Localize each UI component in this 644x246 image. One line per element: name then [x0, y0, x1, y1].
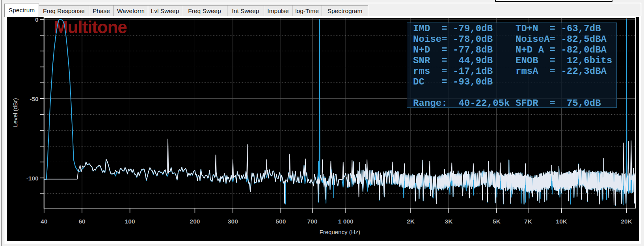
tab-label: Lvl Sweep — [151, 8, 179, 15]
toolbar-control-clipped[interactable] — [495, 0, 612, 2]
x-tick-label-300: 300 — [228, 218, 238, 225]
x-tick-label-40: 40 — [41, 218, 47, 225]
x-tick-label-60: 60 — [79, 218, 86, 225]
info-line-rms: rms = -17,1dB rmsA = -22,3dBA — [413, 66, 616, 77]
x-tick-label-200: 200 — [190, 218, 200, 225]
info-line-snr-enob: SNR = 44,9dB ENOB = 12,6bits — [413, 55, 616, 66]
tab-label: Freq Response — [43, 8, 85, 15]
tab-label: Int Sweep — [232, 8, 259, 15]
info-line-nd: N+D = -77,8dB N+D A = -82,0dBA — [413, 45, 616, 55]
info-line-blank — [413, 87, 616, 98]
tab-spectrum[interactable]: Spectrum — [4, 4, 39, 17]
info-line-dc: DC = -93,0dB — [413, 77, 616, 87]
info-line-imd-tdn: IMD = -79,0dB TD+N = -63,7dB — [413, 23, 616, 34]
outer-panel-edge — [1, 0, 2, 246]
tab-lvl-sweep[interactable]: Lvl Sweep — [148, 5, 182, 16]
tab-log-time[interactable]: log-Time — [292, 5, 322, 16]
x-tick-label-100: 100 — [125, 218, 135, 225]
multitone-analyzer-window: {"tabs":{"items":[{"label":"Spectrum","a… — [0, 0, 644, 246]
tab-label: Freq Sweep — [188, 8, 221, 15]
info-line-noise: Noise= -78,0dB NoiseA= -82,5dBA — [413, 34, 616, 45]
x-tick-label-3K: 3K — [445, 218, 453, 225]
x-tick-label-2K: 2K — [407, 218, 415, 225]
tab-freq-sweep[interactable]: Freq Sweep — [182, 5, 227, 16]
x-tick-label-500: 500 — [275, 218, 286, 225]
y-tick-label-0: 0 — [35, 17, 39, 23]
info-line-range-sfdr: Range: 40-22,05k SFDR = 75,0dB — [413, 98, 616, 109]
y-tick-label--100: -100 — [26, 175, 39, 182]
tab-spectrogram[interactable]: Spectrogram — [322, 5, 368, 16]
tab-label: log-Time — [295, 8, 319, 15]
measurement-info-box: IMD = -79,0dB TD+N = -63,7dB Noise= -78,… — [407, 23, 617, 108]
tab-label: Impulse — [267, 8, 288, 15]
tab-label: Spectrum — [9, 7, 35, 14]
x-tick-label-700: 700 — [307, 218, 317, 225]
tab-freq-response[interactable]: Freq Response — [39, 5, 89, 16]
tab-label: Waveform — [117, 8, 145, 15]
x-tick-label-7K: 7K — [524, 218, 532, 225]
x-tick-label-10K: 10K — [556, 218, 568, 225]
tab-int-sweep[interactable]: Int Sweep — [227, 5, 264, 16]
y-tick-label--50: -50 — [30, 96, 38, 102]
y-axis-title: Level (dBr) — [12, 98, 19, 127]
tab-waveform[interactable]: Waveform — [114, 5, 148, 16]
x-tick-label-1 000: 1 000 — [338, 218, 354, 225]
x-axis-title: Frequency (Hz) — [320, 229, 360, 235]
tab-label: Spectrogram — [328, 8, 363, 15]
x-tick-label-5K: 5K — [493, 218, 501, 225]
tab-phase[interactable]: Phase — [89, 5, 114, 16]
tab-impulse[interactable]: Impulse — [264, 5, 292, 16]
x-tick-label-20K: 20K — [621, 218, 632, 225]
tab-label: Phase — [93, 8, 110, 15]
